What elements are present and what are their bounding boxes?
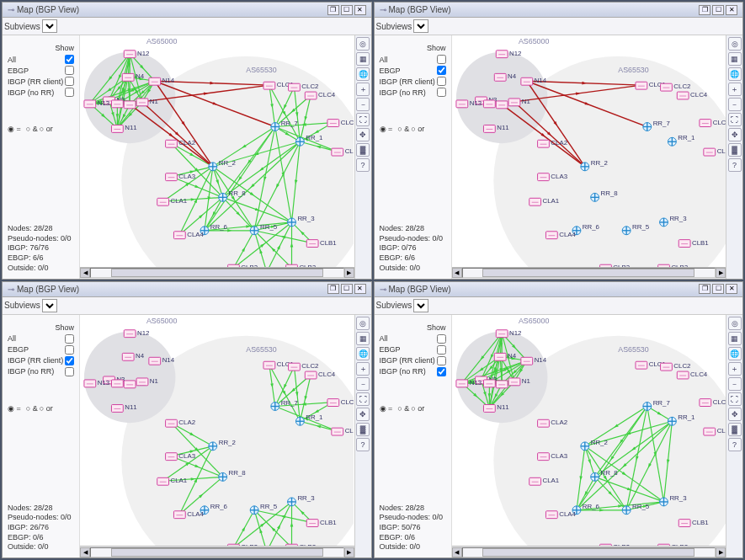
pin-icon[interactable]: ⊸ [380, 5, 386, 14]
globe-icon[interactable]: 🌐 [356, 67, 370, 81]
node-CLA4[interactable]: CLA4 [173, 231, 204, 239]
filter-ebgp[interactable] [65, 66, 74, 75]
zoom-out-icon[interactable]: － [728, 377, 742, 391]
compass-icon[interactable]: ◎ [356, 37, 370, 51]
logic-eq[interactable]: ◉ = [8, 404, 21, 413]
fit-icon[interactable]: ⛶ [728, 113, 742, 126]
grid-icon[interactable]: ▓ [356, 143, 370, 157]
zoom-in-icon[interactable]: ＋ [356, 83, 370, 96]
node-N4[interactable]: N4 [122, 352, 144, 360]
scrollbar-horizontal[interactable]: ◀ ▶ [80, 546, 354, 557]
scroll-thumb[interactable] [482, 269, 694, 277]
node-N12[interactable]: N12 [124, 50, 149, 58]
help-icon[interactable]: ? [728, 438, 742, 451]
zoom-out-icon[interactable]: － [356, 377, 370, 391]
node-CLC2[interactable]: CLC2 [289, 362, 319, 371]
subview-select[interactable] [413, 19, 428, 33]
zoom-area-icon[interactable]: ▦ [728, 332, 742, 345]
node-CLA2[interactable]: CLA2 [537, 139, 567, 147]
filter-ibgp-rr[interactable] [437, 77, 446, 86]
scroll-track[interactable] [90, 547, 344, 557]
node-N13[interactable]: N13 [84, 378, 110, 387]
node-N12[interactable]: N12 [124, 328, 149, 337]
node-CLA1[interactable]: CLA1 [157, 197, 187, 205]
scrollbar-horizontal[interactable]: ◀ ▶ [80, 267, 354, 279]
node-N13[interactable]: N13 [455, 99, 482, 108]
graph-canvas[interactable]: AS65000AS65530 N12 N4 N14 N3 N5 N2 N1 N1… [80, 35, 354, 279]
scroll-left-icon[interactable]: ◀ [452, 547, 462, 557]
node-N12[interactable]: N12 [496, 50, 521, 58]
node-N11[interactable]: N11 [483, 403, 508, 412]
scroll-right-icon[interactable]: ▶ [344, 268, 354, 278]
scroll-left-icon[interactable]: ◀ [80, 547, 90, 557]
logic-and[interactable]: ○ & [26, 125, 38, 133]
node-CLA4[interactable]: CLA4 [545, 231, 576, 239]
scroll-track[interactable] [90, 268, 344, 278]
zoom-area-icon[interactable]: ▦ [356, 52, 370, 66]
logic-eq[interactable]: ◉ = [380, 404, 393, 413]
close-icon[interactable]: ✕ [726, 284, 737, 294]
compass-icon[interactable]: ◎ [356, 317, 370, 330]
compass-icon[interactable]: ◎ [728, 317, 742, 330]
node-CLC5[interactable]: CLC5 [703, 427, 726, 435]
node-CLC3[interactable]: CLC3 [327, 119, 354, 127]
grid-icon[interactable]: ▓ [728, 143, 742, 157]
filter-ibgp-nrr[interactable] [65, 88, 74, 97]
node-CLC3[interactable]: CLC3 [327, 397, 354, 406]
node-N11[interactable]: N11 [111, 124, 136, 132]
node-CLA1[interactable]: CLA1 [529, 197, 558, 205]
node-N1[interactable]: N1 [136, 98, 158, 106]
scrollbar-horizontal[interactable]: ◀ ▶ [452, 267, 726, 279]
logic-and[interactable]: ○ & [397, 125, 409, 133]
scroll-right-icon[interactable]: ▶ [716, 547, 726, 557]
filter-all[interactable] [437, 334, 446, 344]
node-N1[interactable]: N1 [136, 376, 158, 385]
scroll-thumb[interactable] [111, 269, 323, 277]
node-N1[interactable]: N1 [508, 376, 530, 385]
filter-all[interactable] [437, 55, 446, 64]
node-N13[interactable]: N13 [455, 378, 482, 387]
node-N4[interactable]: N4 [494, 72, 516, 81]
globe-icon[interactable]: 🌐 [728, 67, 742, 81]
logic-or[interactable]: ○ or [411, 404, 424, 413]
filter-all[interactable] [65, 55, 74, 64]
help-icon[interactable]: ? [356, 158, 370, 172]
logic-and[interactable]: ○ & [26, 404, 38, 413]
scroll-left-icon[interactable]: ◀ [80, 268, 90, 278]
maximize-icon[interactable]: ☐ [712, 5, 724, 15]
node-N12[interactable]: N12 [496, 328, 521, 337]
node-CLC2[interactable]: CLC2 [660, 362, 690, 371]
zoom-out-icon[interactable]: － [728, 98, 742, 111]
compass-icon[interactable]: ◎ [728, 37, 742, 51]
logic-eq[interactable]: ◉ = [380, 125, 393, 133]
node-CLC5[interactable]: CLC5 [332, 427, 354, 435]
detach-icon[interactable]: ❐ [327, 5, 339, 15]
node-CLC4[interactable]: CLC4 [305, 91, 336, 99]
node-N14[interactable]: N14 [520, 356, 546, 365]
node-CLB1[interactable]: CLB1 [678, 518, 708, 526]
detach-icon[interactable]: ❐ [699, 5, 710, 15]
filter-ebgp[interactable] [437, 66, 446, 75]
node-N11[interactable]: N11 [483, 124, 508, 132]
zoom-in-icon[interactable]: ＋ [728, 83, 742, 96]
help-icon[interactable]: ? [728, 158, 742, 172]
subview-select[interactable] [42, 19, 57, 33]
node-N1[interactable]: N1 [508, 98, 530, 106]
fit-icon[interactable]: ⛶ [356, 392, 370, 406]
globe-icon[interactable]: 🌐 [728, 347, 742, 360]
node-CLA4[interactable]: CLA4 [173, 509, 204, 518]
logic-or[interactable]: ○ or [40, 404, 53, 413]
detach-icon[interactable]: ❐ [699, 284, 710, 294]
move-icon[interactable]: ✥ [356, 128, 370, 141]
filter-ebgp[interactable] [437, 345, 446, 355]
logic-or[interactable]: ○ or [411, 125, 424, 133]
pin-icon[interactable]: ⊸ [380, 285, 386, 294]
grid-icon[interactable]: ▓ [356, 423, 370, 436]
node-CLA3[interactable]: CLA3 [537, 173, 567, 181]
node-CLA1[interactable]: CLA1 [529, 477, 558, 485]
pin-icon[interactable]: ⊸ [8, 5, 14, 14]
globe-icon[interactable]: 🌐 [356, 347, 370, 360]
node-CLC4[interactable]: CLC4 [305, 370, 336, 378]
node-CLA2[interactable]: CLA2 [166, 139, 195, 147]
fit-icon[interactable]: ⛶ [728, 392, 742, 406]
